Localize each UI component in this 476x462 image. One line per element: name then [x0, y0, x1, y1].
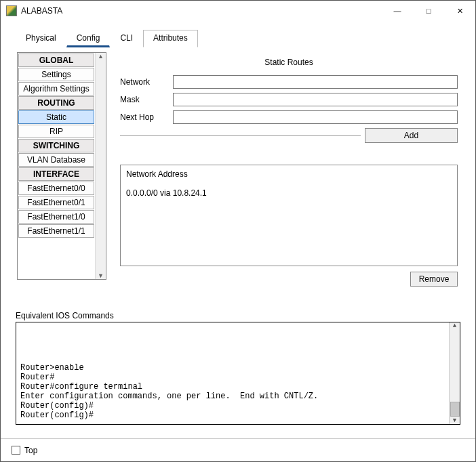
sidebar-header-switching: SWITCHING [18, 139, 94, 152]
sidebar-item-settings[interactable]: Settings [18, 68, 94, 81]
sidebar-header-routing: ROUTING [18, 96, 94, 110]
route-entry[interactable]: 0.0.0.0/0 via 10.8.24.1 [126, 188, 452, 198]
top-label: Top [24, 446, 37, 455]
input-mask[interactable] [173, 93, 458, 106]
maximize-button[interactable]: □ [413, 1, 444, 21]
sidebar-item-fe11[interactable]: FastEthernet1/1 [18, 224, 94, 238]
input-nexthop[interactable] [173, 110, 458, 124]
window-controls: — □ ✕ [382, 1, 475, 21]
titlebar: ALABASTA — □ ✕ [1, 1, 475, 21]
input-network[interactable] [173, 75, 458, 89]
panel-title: Static Routes [120, 52, 458, 75]
tab-cli[interactable]: CLI [110, 30, 143, 47]
tab-attributes[interactable]: Attributes [143, 30, 198, 47]
label-mask: Mask [120, 95, 173, 104]
sidebar-item-fe00[interactable]: FastEthernet0/0 [18, 182, 94, 195]
scroll-up-icon[interactable]: ▲ [98, 53, 104, 60]
sidebar-item-fe01[interactable]: FastEthernet0/1 [18, 196, 94, 209]
sidebar-header-global: GLOBAL [18, 54, 94, 67]
app-icon [6, 5, 17, 16]
ios-output: Router>enable Router# Router#configure t… [16, 322, 460, 425]
scroll-down-icon[interactable]: ▼ [98, 272, 104, 279]
ios-scrollbar[interactable]: ▲ ▼ [449, 322, 460, 424]
window-title: ALABASTA [21, 6, 382, 16]
scroll-up-icon[interactable]: ▲ [453, 322, 456, 329]
footer-bar: Top [1, 438, 475, 461]
sidebar-header-interface: INTERFACE [18, 167, 94, 181]
sidebar-item-algorithm-settings[interactable]: Algorithm Settings [18, 82, 94, 96]
routes-header: Network Address [126, 169, 452, 179]
divider [120, 135, 361, 136]
tab-config[interactable]: Config [66, 30, 111, 47]
scroll-down-icon[interactable]: ▼ [453, 417, 456, 424]
label-nexthop: Next Hop [120, 112, 173, 122]
scroll-thumb[interactable] [450, 402, 460, 417]
top-checkbox[interactable] [12, 446, 20, 455]
label-network: Network [120, 77, 173, 87]
minimize-button[interactable]: — [382, 1, 413, 21]
static-routes-panel: Static Routes Network Mask Next Hop Add … [112, 52, 466, 297]
sidebar-item-rip[interactable]: RIP [18, 125, 94, 138]
config-sidebar: GLOBAL Settings Algorithm Settings ROUTI… [17, 52, 106, 280]
remove-button[interactable]: Remove [410, 272, 458, 287]
ios-text[interactable]: Router>enable Router# Router#configure t… [16, 322, 449, 424]
sidebar-scrollbar[interactable]: ▲ ▼ [95, 53, 106, 279]
sidebar-item-fe10[interactable]: FastEthernet1/0 [18, 210, 94, 224]
tab-bar: Physical Config CLI Attributes [1, 21, 475, 47]
close-button[interactable]: ✕ [444, 1, 475, 21]
add-button[interactable]: Add [365, 128, 458, 143]
ios-label: Equivalent IOS Commands [16, 311, 460, 320]
routes-list[interactable]: Network Address 0.0.0.0/0 via 10.8.24.1 [120, 165, 458, 266]
sidebar-item-vlan-database[interactable]: VLAN Database [18, 153, 94, 167]
tab-physical[interactable]: Physical [16, 30, 66, 47]
sidebar-item-static[interactable]: Static [18, 110, 94, 124]
